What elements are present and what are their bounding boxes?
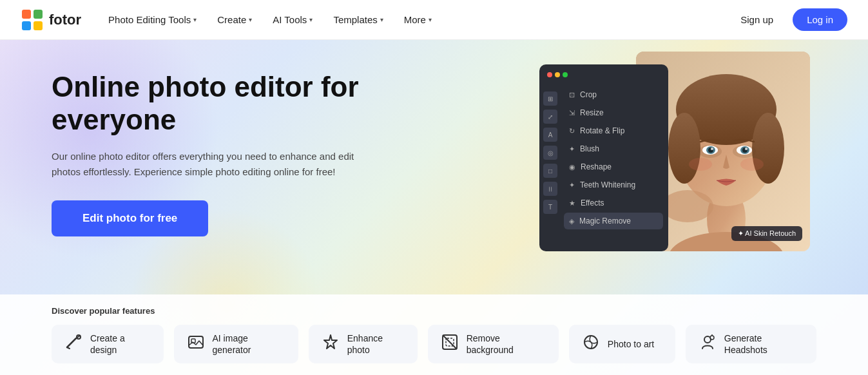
feature-card-headshots[interactable]: Generate Headshots	[686, 325, 816, 363]
photo-art-icon	[581, 333, 601, 355]
crop-icon: ⊡	[569, 91, 575, 99]
cursor-tool-icon[interactable]: ⤢	[543, 110, 557, 124]
enhance-icon	[320, 333, 341, 355]
nav-item-ai-tools[interactable]: AI Tools ▾	[264, 9, 322, 30]
menu-item-rotate[interactable]: ↻ Rotate & Flip	[564, 122, 663, 139]
type-tool-icon[interactable]: T	[543, 200, 557, 214]
svg-point-24	[662, 190, 713, 222]
logo-icon	[21, 8, 44, 32]
rect-tool-icon[interactable]: □	[543, 164, 557, 178]
svg-point-17	[711, 148, 713, 150]
svg-rect-1	[22, 10, 31, 19]
feature-card-enhance[interactable]: Enhance photo	[309, 325, 418, 363]
ai-image-icon	[186, 333, 206, 355]
blush-icon: ✦	[569, 145, 575, 153]
nav-actions: Sign up Log in	[729, 8, 847, 31]
signup-button[interactable]: Sign up	[729, 9, 785, 30]
headshots-label: Generate Headshots	[724, 332, 805, 356]
grid-tool-icon[interactable]: ⊞	[543, 91, 557, 106]
chevron-icon: ▾	[193, 16, 197, 23]
group-tool-icon[interactable]: ⁞⁞	[543, 182, 557, 196]
features-label: Discover popular features	[52, 306, 816, 316]
close-dot	[547, 72, 552, 77]
create-design-label: Create a design	[90, 332, 152, 356]
expand-dot	[563, 72, 568, 77]
menu-item-magic-remove[interactable]: ◈ Magic Remove	[564, 213, 663, 229]
svg-rect-2	[34, 10, 43, 19]
reshape-icon: ◉	[569, 163, 575, 171]
effects-icon: ★	[569, 199, 575, 207]
remove-bg-icon	[439, 333, 460, 355]
ai-badge: ✦ AI Skin Retouch	[731, 226, 802, 241]
enhance-label: Enhance photo	[347, 332, 406, 356]
feature-card-ai-image[interactable]: AI image generator	[174, 325, 298, 363]
menu-item-effects[interactable]: ★ Effects	[564, 195, 663, 211]
remove-bg-label: Remove background	[467, 332, 547, 356]
teeth-icon: ✦	[569, 181, 575, 189]
nav-item-more[interactable]: More ▾	[395, 9, 441, 30]
text-tool-icon[interactable]: A	[543, 128, 557, 142]
hero-section: Online photo editor for everyone Our onl…	[0, 40, 868, 375]
menu-item-teeth[interactable]: ✦ Teeth Whitening	[564, 177, 663, 193]
svg-point-11	[752, 113, 784, 184]
cta-button[interactable]: Edit photo for free	[52, 200, 208, 236]
magic-remove-icon: ◈	[569, 217, 574, 226]
chevron-icon: ▾	[380, 16, 383, 23]
login-button[interactable]: Log in	[793, 8, 847, 31]
rotate-icon: ↻	[569, 127, 575, 135]
svg-marker-31	[324, 335, 337, 349]
hero-description: Our online photo editor offers everythin…	[52, 149, 374, 180]
svg-line-28	[67, 347, 70, 349]
resize-icon: ⇲	[569, 109, 575, 117]
feature-card-photo-art[interactable]: Photo to art	[569, 325, 675, 363]
hero-title: Online photo editor for everyone	[52, 71, 412, 136]
hero-image-panel: ⊞ ⤢ A ◎ □ ⁞⁞ T ⊡ Crop ⇲ Resize ↻	[539, 52, 810, 264]
nav-item-templates[interactable]: Templates ▾	[324, 9, 392, 30]
chevron-icon: ▾	[429, 16, 432, 23]
headshots-icon	[697, 333, 718, 355]
menu-item-resize[interactable]: ⇲ Resize	[564, 104, 663, 121]
svg-point-10	[668, 113, 700, 184]
svg-point-21	[745, 148, 747, 150]
svg-line-25	[67, 338, 76, 347]
svg-rect-3	[22, 21, 31, 30]
brand-name: fotor	[49, 12, 81, 28]
feature-card-create-design[interactable]: Create a design	[52, 325, 164, 363]
editor-mockup: ⊞ ⤢ A ◎ □ ⁞⁞ T ⊡ Crop ⇲ Resize ↻	[539, 64, 668, 251]
hero-content: Online photo editor for everyone Our onl…	[52, 71, 412, 236]
feature-card-remove-bg[interactable]: Remove background	[428, 325, 559, 363]
editor-toolbar	[545, 72, 663, 77]
photo-art-label: Photo to art	[608, 338, 654, 350]
logo[interactable]: fotor	[21, 8, 81, 32]
svg-point-23	[740, 158, 764, 171]
minimize-dot	[555, 72, 560, 77]
nav-item-create[interactable]: Create ▾	[208, 9, 261, 30]
chevron-icon: ▾	[309, 16, 313, 23]
navbar: fotor Photo Editing Tools ▾ Create ▾ AI …	[0, 0, 868, 40]
svg-rect-4	[34, 21, 43, 30]
features-row: Create a design AI image generator Enhan…	[52, 325, 816, 363]
menu-item-blush[interactable]: ✦ Blush	[564, 140, 663, 157]
menu-item-reshape[interactable]: ◉ Reshape	[564, 159, 663, 175]
nav-links: Photo Editing Tools ▾ Create ▾ AI Tools …	[99, 9, 729, 30]
ai-image-label: AI image generator	[213, 332, 287, 356]
svg-point-22	[689, 158, 712, 171]
chevron-icon: ▾	[249, 16, 252, 23]
create-design-icon	[63, 333, 84, 355]
svg-line-33	[443, 335, 457, 349]
menu-item-crop[interactable]: ⊡ Crop	[564, 86, 663, 103]
features-strip: Discover popular features Create a desig…	[0, 294, 868, 375]
eye-tool-icon[interactable]: ◎	[543, 146, 557, 160]
nav-item-photo-editing[interactable]: Photo Editing Tools ▾	[99, 9, 206, 30]
